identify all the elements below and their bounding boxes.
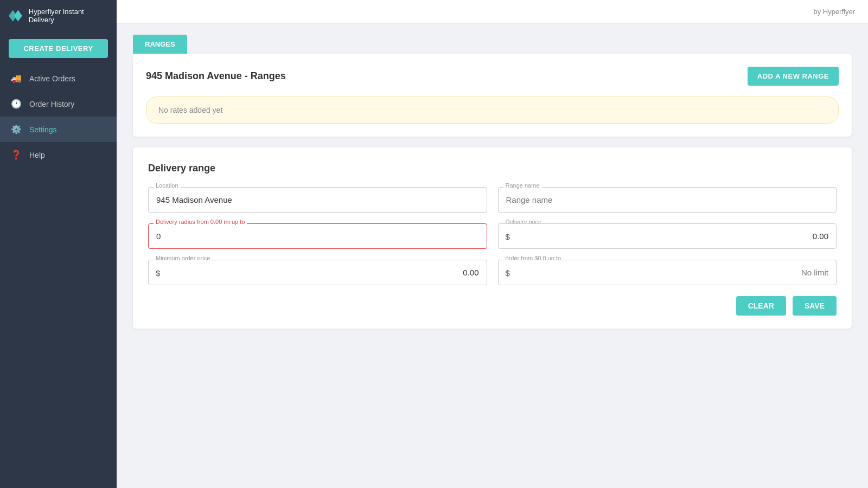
ranges-card-header: 945 Madison Avenue - Ranges ADD A NEW RA… (146, 67, 839, 86)
ranges-card-title: 945 Madison Avenue - Ranges (146, 70, 286, 82)
top-bar: by Hyperflyer (117, 0, 868, 24)
ranges-card: 945 Madison Avenue - Ranges ADD A NEW RA… (133, 54, 852, 137)
delivery-range-form: Delivery range Location Range name Deliv… (133, 147, 852, 329)
order-history-label: Order History (29, 100, 74, 108)
history-icon: 🕐 (11, 99, 22, 109)
delivery-price-wrapper: $ (498, 223, 837, 249)
range-name-label: Range name (503, 182, 542, 189)
min-order-input[interactable] (148, 260, 487, 285)
form-title: Delivery range (148, 163, 837, 174)
svg-marker-1 (14, 10, 22, 21)
radius-input[interactable] (148, 223, 487, 249)
help-label: Help (29, 151, 45, 159)
clear-button[interactable]: CLEAR (736, 296, 786, 316)
delivery-price-currency: $ (506, 232, 510, 241)
range-name-field: Range name (498, 187, 837, 213)
active-orders-label: Active Orders (29, 74, 75, 83)
truck-icon: 🚚 (11, 73, 22, 84)
sidebar: Hyperflyer Instant Delivery CREATE DELIV… (0, 0, 117, 488)
min-order-currency: $ (156, 268, 160, 277)
app-title: Hyperflyer Instant Delivery (29, 8, 108, 24)
location-input[interactable] (148, 187, 487, 213)
form-row-2: Delivery radius from 0.00 mi up to Deliv… (148, 223, 837, 249)
sidebar-item-settings[interactable]: ⚙️ Settings (0, 117, 117, 142)
order-up-to-wrapper: $ (498, 260, 837, 285)
location-label: Location (154, 182, 181, 189)
delivery-price-field: Delivery price $ (498, 223, 837, 249)
order-up-to-currency: $ (506, 268, 510, 277)
no-rates-banner: No rates added yet (146, 97, 839, 124)
form-row-1: Location Range name (148, 187, 837, 213)
radius-field: Delivery radius from 0.00 mi up to (148, 223, 487, 249)
brand-label: by Hyperflyer (813, 8, 855, 16)
main-content: by Hyperflyer RANGES 945 Madison Avenue … (117, 0, 868, 488)
save-button[interactable]: SAVE (793, 296, 837, 316)
gear-icon: ⚙️ (11, 124, 22, 134)
content-area: RANGES 945 Madison Avenue - Ranges ADD A… (117, 24, 868, 488)
tab-ranges[interactable]: RANGES (133, 35, 187, 54)
sidebar-item-active-orders[interactable]: 🚚 Active Orders (0, 66, 117, 91)
add-new-range-button[interactable]: ADD A NEW RANGE (748, 67, 839, 86)
help-icon: ❓ (11, 150, 22, 160)
sidebar-item-help[interactable]: ❓ Help (0, 142, 117, 168)
tabs-row: RANGES (133, 35, 852, 54)
no-rates-message: No rates added yet (158, 106, 222, 114)
sidebar-header: Hyperflyer Instant Delivery (0, 0, 117, 31)
sidebar-item-order-history[interactable]: 🕐 Order History (0, 91, 117, 117)
order-up-to-field: order from $0.0 up to $ (498, 260, 837, 285)
range-name-input[interactable] (498, 187, 837, 213)
form-row-3: Minimum order price $ order from $0.0 up… (148, 260, 837, 285)
settings-label: Settings (29, 125, 57, 134)
create-delivery-button[interactable]: CREATE DELIVERY (9, 39, 108, 58)
location-field: Location (148, 187, 487, 213)
order-up-to-input[interactable] (498, 260, 837, 285)
min-order-wrapper: $ (148, 260, 487, 285)
delivery-price-input[interactable] (498, 223, 837, 249)
form-actions: CLEAR SAVE (148, 296, 837, 316)
logo-icon (9, 10, 23, 22)
min-order-field: Minimum order price $ (148, 260, 487, 285)
radius-label: Delivery radius from 0.00 mi up to (154, 219, 247, 225)
